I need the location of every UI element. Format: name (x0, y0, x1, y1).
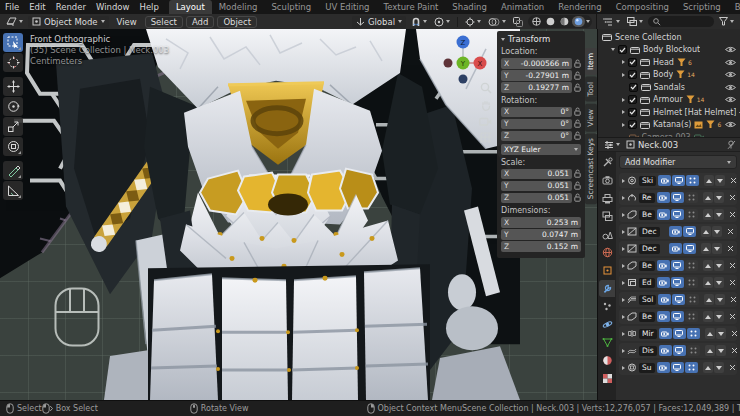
editmode-toggle[interactable] (685, 362, 698, 373)
viewport-menu-select[interactable]: Select (145, 16, 183, 28)
realtime-toggle[interactable] (671, 209, 684, 220)
scale-z-field[interactable]: Z0.051 (501, 193, 572, 204)
tab-texture[interactable] (599, 370, 615, 387)
expand-icon[interactable] (622, 230, 625, 234)
realtime-toggle[interactable] (673, 345, 686, 356)
rotation-y-field[interactable]: Y0° (501, 119, 572, 130)
editmode-toggle[interactable] (685, 311, 698, 322)
delete-modifier-button[interactable] (729, 364, 736, 371)
tool-select-box[interactable] (3, 33, 23, 52)
zoom-view-icon[interactable] (480, 82, 492, 94)
outliner-editor-type-button[interactable] (601, 16, 622, 28)
expand-icon[interactable] (622, 349, 625, 353)
tab-material[interactable] (599, 352, 615, 369)
expand-icon[interactable] (622, 264, 625, 268)
move-down-button[interactable] (715, 294, 725, 305)
hide-in-viewport-toggle[interactable] (725, 121, 738, 128)
move-up-button[interactable] (705, 328, 715, 339)
modifier-name[interactable]: Ski (639, 176, 656, 186)
expand-icon[interactable] (622, 281, 625, 285)
modifier-name[interactable]: Ed (639, 278, 655, 288)
delete-modifier-button[interactable] (731, 347, 738, 354)
realtime-toggle[interactable] (672, 175, 685, 186)
move-up-button[interactable] (703, 209, 713, 220)
tool-move[interactable] (3, 77, 23, 96)
realtime-toggle[interactable] (671, 192, 684, 203)
modifier-name[interactable]: Be (639, 261, 655, 271)
editmode-toggle[interactable] (687, 328, 700, 339)
lock-icon[interactable] (574, 107, 581, 116)
tool-cursor[interactable] (3, 53, 23, 72)
workspace-tab-animation[interactable]: Animation (494, 0, 551, 14)
delete-modifier-button[interactable] (729, 194, 736, 201)
render-toggle[interactable] (657, 311, 670, 322)
scale-x-field[interactable]: X0.051 (501, 169, 572, 180)
move-down-button[interactable] (712, 226, 722, 237)
expand-icon[interactable] (622, 196, 625, 200)
location-x-field[interactable]: X-0.000566 m (501, 58, 572, 69)
modifier-row[interactable]: Sol (619, 292, 737, 307)
modifier-row[interactable]: Be (619, 258, 737, 273)
move-up-button[interactable] (704, 175, 714, 186)
add-modifier-dropdown[interactable]: Add Modifier (619, 155, 737, 169)
tab-modifiers[interactable] (599, 280, 615, 297)
realtime-toggle[interactable] (683, 226, 696, 237)
outliner-display-mode-button[interactable] (625, 16, 645, 28)
menu-file[interactable]: File (0, 0, 24, 14)
expand-icon[interactable] (622, 366, 625, 370)
workspace-tab-rendering[interactable]: Rendering (551, 0, 608, 14)
viewport-canvas[interactable]: Front Orthographic (35) Scene Collection… (0, 29, 597, 400)
modifier-name[interactable]: Su (639, 363, 655, 373)
realtime-toggle[interactable] (683, 243, 696, 254)
gizmo-toggle[interactable] (463, 16, 483, 28)
outliner-row-body-blockout[interactable]: Body Blockout (602, 44, 738, 57)
pin-id-icon[interactable] (727, 140, 736, 149)
workspace-tab-shading[interactable]: Shading (445, 0, 494, 14)
collection-checkbox[interactable] (628, 95, 637, 104)
outliner-row-helmet[interactable]: Helmet [Hat Helmet] (602, 106, 738, 119)
proportional-editing-toggle[interactable] (432, 16, 452, 28)
modifier-row[interactable]: Dec (619, 241, 737, 256)
editmode-toggle[interactable] (686, 175, 699, 186)
axis-minus-z-handle[interactable] (459, 75, 468, 84)
tool-measure[interactable] (3, 181, 23, 200)
delete-modifier-button[interactable] (727, 228, 734, 235)
lock-icon[interactable] (574, 59, 581, 68)
expand-icon[interactable] (611, 48, 615, 51)
expand-icon[interactable] (622, 123, 625, 127)
lock-icon[interactable] (574, 181, 581, 190)
hide-in-viewport-toggle[interactable] (725, 71, 738, 78)
hide-in-viewport-toggle[interactable] (725, 84, 738, 91)
sidebar-tab-view[interactable]: View (585, 104, 597, 132)
render-toggle[interactable] (657, 209, 670, 220)
lock-icon[interactable] (574, 131, 581, 140)
move-down-button[interactable] (714, 192, 724, 203)
move-down-button[interactable] (714, 209, 724, 220)
sidebar-tab-item[interactable]: Item (585, 48, 597, 75)
dimensions-z-field[interactable]: Z0.152 m (501, 241, 581, 252)
location-y-field[interactable]: Y-0.27901 m (501, 70, 572, 81)
tab-world[interactable] (599, 244, 615, 261)
modifier-name[interactable]: Dec (639, 227, 660, 237)
transform-orientation-dropdown[interactable]: Global (352, 16, 406, 28)
modifier-name[interactable]: Be (639, 210, 655, 220)
workspace-tab-uv-editing[interactable]: UV Editing (318, 0, 376, 14)
tab-tool[interactable] (599, 154, 615, 171)
expand-icon[interactable] (622, 179, 625, 183)
move-up-button[interactable] (703, 192, 713, 203)
modifier-name[interactable]: Dec (639, 244, 660, 254)
move-up-button[interactable] (703, 362, 713, 373)
realtime-toggle[interactable] (673, 328, 686, 339)
move-down-button[interactable] (712, 243, 722, 254)
location-z-field[interactable]: Z0.19277 m (501, 82, 572, 93)
hide-in-viewport-toggle[interactable] (725, 96, 738, 103)
breadcrumb-object-name[interactable]: Neck.003 (638, 140, 678, 150)
move-down-button[interactable] (714, 277, 724, 288)
modifier-row[interactable]: Ski (619, 173, 737, 188)
move-up-button[interactable] (703, 260, 713, 271)
expand-icon[interactable] (622, 213, 625, 217)
modifier-row[interactable]: Be (619, 207, 737, 222)
delete-modifier-button[interactable] (730, 296, 737, 303)
workspace-tab-layout[interactable]: Layout (169, 0, 212, 14)
modifier-row[interactable]: Be (619, 309, 737, 324)
